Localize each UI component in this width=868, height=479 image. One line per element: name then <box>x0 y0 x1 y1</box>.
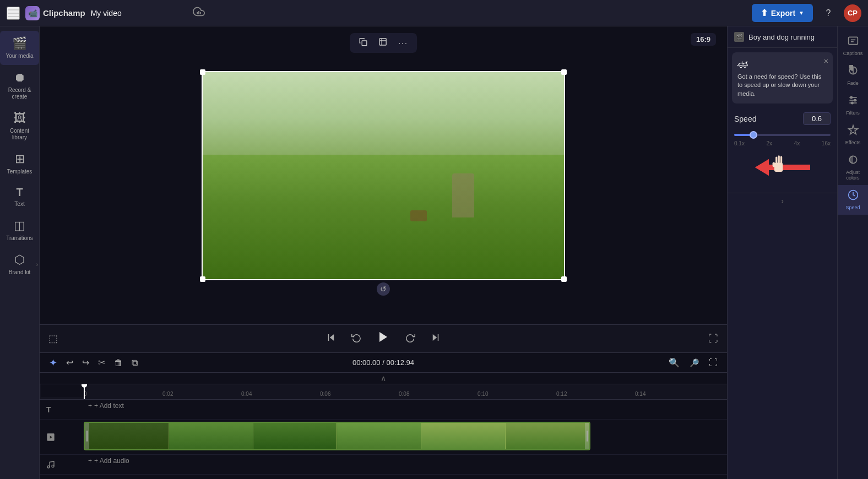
speed-mark-16x: 16x <box>822 140 831 146</box>
app-logo-icon: 📹 <box>25 6 40 20</box>
duplicate-button[interactable]: ⧉ <box>129 356 140 369</box>
right-icon-speed[interactable]: Speed <box>838 185 868 215</box>
text-track-icon: T <box>46 405 51 414</box>
add-audio-plus-icon: + <box>88 457 92 465</box>
export-button[interactable]: ⬆ Export ▼ <box>752 4 813 22</box>
video-title-input[interactable] <box>91 9 187 18</box>
templates-icon: ⊞ <box>15 152 25 166</box>
speed-marks: 0.1x 2x 4x 16x <box>734 140 831 146</box>
captions-toggle-button[interactable]: ⬚ <box>48 333 58 345</box>
delete-button[interactable]: 🗑 <box>111 356 126 369</box>
main-area: 🎬 Your media ⏺ Record & create 🖼 Content… <box>0 26 868 479</box>
clip-thumb-3 <box>253 423 337 449</box>
video-rotate-handle[interactable]: ↺ <box>377 282 390 296</box>
svg-rect-18 <box>778 155 779 163</box>
timeline-tracks: T + + Add text <box>40 400 727 479</box>
clip-name: Boy and dog running <box>748 33 815 41</box>
tooltip-emoji: 🏎 <box>737 58 827 70</box>
menu-button[interactable] <box>7 7 20 20</box>
app-logo: 📹 Clipchamp <box>25 6 85 20</box>
cut-button[interactable]: ✂ <box>95 356 108 369</box>
right-icon-fade[interactable]: Fade <box>838 61 868 90</box>
clip-right-handle[interactable] <box>585 423 589 449</box>
clip-icon: 🎬 <box>734 32 744 42</box>
rewind-button[interactable] <box>349 330 364 347</box>
skip-to-end-button[interactable] <box>428 330 443 347</box>
help-button[interactable]: ? <box>820 4 837 22</box>
expand-panel-button[interactable]: › <box>728 193 837 209</box>
svg-point-12 <box>47 466 50 468</box>
timeline-fullscreen-button[interactable]: ⛶ <box>706 356 720 369</box>
undo-button[interactable]: ↩ <box>63 356 76 369</box>
clip-thumb-2 <box>169 423 253 449</box>
timeline-collapse-button[interactable]: ∧ <box>381 373 386 384</box>
svg-point-29 <box>854 99 855 101</box>
captions-label: Captions <box>843 51 863 56</box>
svg-rect-20 <box>772 162 774 167</box>
forward-button[interactable] <box>403 330 417 347</box>
right-icon-captions[interactable]: Captions <box>838 31 868 61</box>
sidebar-item-label-content-library: Content library <box>2 128 37 141</box>
fullscreen-button[interactable]: ⛶ <box>708 333 718 345</box>
svg-rect-4 <box>379 39 386 45</box>
tooltip-close-button[interactable]: × <box>824 57 828 66</box>
svg-rect-16 <box>774 163 782 172</box>
sidebar-item-your-media[interactable]: 🎬 Your media <box>0 31 39 65</box>
aspect-ratio-badge: 16:9 <box>691 33 716 46</box>
sidebar-item-record-create[interactable]: ⏺ Record & create <box>0 65 39 106</box>
sidebar-item-content-library[interactable]: 🖼 Content library <box>0 106 39 146</box>
right-icon-adjust-colors[interactable]: Adjust colors <box>838 150 868 185</box>
svg-rect-21 <box>848 37 858 44</box>
skip-to-start-button[interactable] <box>324 330 338 347</box>
text-track-label: T <box>40 405 84 414</box>
add-audio-button[interactable]: + + Add audio <box>84 455 727 467</box>
filters-label: Filters <box>846 110 860 116</box>
record-create-icon: ⏺ <box>14 70 26 85</box>
cloud-save-button[interactable] <box>193 6 205 20</box>
left-sidebar: 🎬 Your media ⏺ Record & create 🖼 Content… <box>0 26 40 479</box>
right-icon-effects[interactable]: Effects <box>838 120 868 150</box>
svg-rect-17 <box>775 157 777 164</box>
video-frame <box>202 71 565 280</box>
sidebar-item-label-templates: Templates <box>7 168 32 175</box>
sidebar-item-templates[interactable]: ⊞ Templates <box>0 146 39 181</box>
video-track-row <box>40 420 727 455</box>
redo-button[interactable]: ↪ <box>79 356 92 369</box>
timeline-area: ✦ ↩ ↪ ✂ 🗑 ⧉ 00:00.00 / 00:12.94 🔍 🔎 ⛶ <box>40 352 727 479</box>
svg-point-30 <box>851 102 853 104</box>
right-panel: 🎬 Boy and dog running 🏎 Got a need for s… <box>727 26 837 479</box>
zoom-in-button[interactable]: 🔎 <box>687 357 702 369</box>
resize-button[interactable] <box>375 35 390 51</box>
topbar: 📹 Clipchamp ⬆ Export ▼ ? CP <box>0 0 868 26</box>
add-text-plus-icon: + <box>88 402 92 410</box>
sidebar-item-brand-kit[interactable]: ⬡ Brand kit › <box>0 247 39 281</box>
playback-buttons <box>40 328 727 349</box>
arrow-illustration <box>734 146 831 188</box>
clip-left-handle[interactable] <box>85 423 89 449</box>
timeline-time-display: 00:00.00 / 00:12.94 <box>352 358 414 367</box>
video-clip[interactable] <box>84 422 590 450</box>
sidebar-expand-icon: › <box>36 262 38 268</box>
user-avatar-button[interactable]: CP <box>844 4 861 22</box>
speed-mark-01x: 0.1x <box>734 140 745 146</box>
speed-mark-2x: 2x <box>767 140 773 146</box>
right-icon-filters[interactable]: Filters <box>838 90 868 120</box>
zoom-out-button[interactable]: 🔍 <box>666 356 682 369</box>
crop-button[interactable] <box>355 35 371 51</box>
topbar-right: ⬆ Export ▼ ? CP <box>752 4 861 22</box>
add-media-button[interactable]: ✦ <box>46 355 60 371</box>
add-text-button[interactable]: + + Add text <box>84 400 727 412</box>
speed-value-input[interactable] <box>803 112 831 125</box>
sidebar-item-text[interactable]: T Text <box>0 181 39 213</box>
sidebar-item-label-text: Text <box>14 201 24 208</box>
speed-slider-track <box>734 134 831 136</box>
play-button[interactable] <box>375 328 392 349</box>
video-area: ··· 16:9 <box>40 26 727 324</box>
video-toolbar: ··· <box>350 33 417 53</box>
more-options-button[interactable]: ··· <box>395 35 411 51</box>
clip-thumb-5 <box>421 423 505 449</box>
speed-slider-thumb[interactable] <box>750 131 757 139</box>
playhead[interactable] <box>84 384 85 399</box>
transitions-icon: ◫ <box>14 219 25 233</box>
sidebar-item-transitions[interactable]: ◫ Transitions <box>0 213 39 247</box>
